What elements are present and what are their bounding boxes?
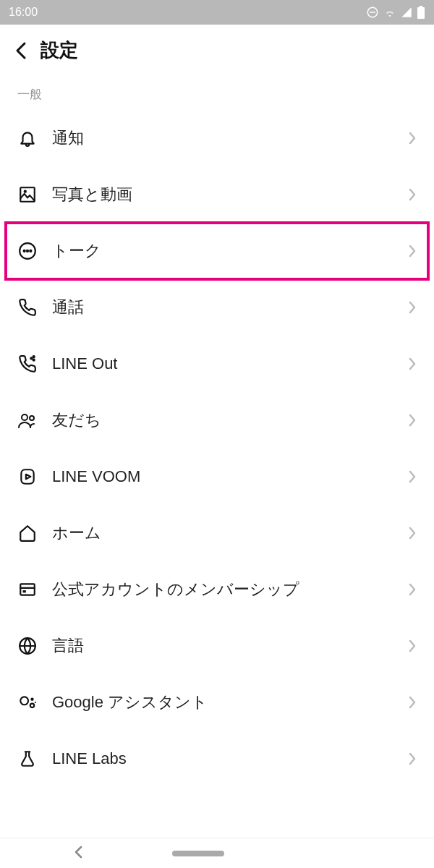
nav-home-pill[interactable] [172, 851, 224, 856]
wifi-icon [383, 6, 396, 19]
settings-item-language[interactable]: 言語 [0, 618, 434, 674]
status-icons [366, 6, 425, 19]
home-icon [17, 523, 38, 543]
svg-point-14 [30, 416, 34, 420]
svg-rect-2 [417, 7, 425, 19]
image-icon [17, 184, 38, 205]
svg-point-23 [30, 704, 34, 707]
svg-point-10 [30, 357, 32, 359]
settings-item-home[interactable]: ホーム [0, 505, 434, 561]
membership-card-icon [17, 579, 38, 600]
chevron-right-icon [408, 131, 417, 145]
settings-item-line-labs[interactable]: LINE Labs [0, 731, 434, 787]
svg-rect-3 [420, 6, 422, 7]
settings-item-line-out[interactable]: LINE Out [0, 336, 434, 392]
settings-item-label: トーク [52, 240, 408, 262]
signal-icon [401, 7, 412, 18]
settings-item-line-voom[interactable]: LINE VOOM [0, 448, 434, 505]
settings-item-label: LINE Out [52, 354, 408, 373]
section-label-general: 一般 [0, 80, 434, 110]
flask-icon [17, 749, 38, 769]
svg-point-11 [33, 356, 35, 357]
svg-point-13 [22, 414, 27, 420]
settings-item-label: LINE Labs [52, 749, 408, 768]
svg-point-8 [27, 250, 28, 252]
svg-marker-15 [26, 475, 31, 480]
voom-icon [17, 467, 38, 487]
settings-item-official-membership[interactable]: 公式アカウントのメンバーシップ [0, 561, 434, 618]
chevron-right-icon [408, 300, 417, 315]
chevron-right-icon [408, 639, 417, 653]
svg-rect-16 [20, 584, 35, 595]
status-time: 16:00 [9, 6, 38, 19]
bell-icon [17, 128, 38, 148]
svg-point-9 [30, 250, 31, 252]
android-nav-bar [0, 838, 434, 868]
settings-item-label: Google アシスタント [52, 692, 408, 713]
battery-icon [417, 6, 425, 19]
svg-rect-18 [23, 590, 26, 592]
settings-item-label: LINE VOOM [52, 467, 408, 486]
svg-point-21 [20, 697, 28, 705]
chevron-right-icon [408, 695, 417, 710]
settings-item-label: 公式アカウントのメンバーシップ [52, 579, 408, 600]
chevron-right-icon [408, 187, 417, 202]
page-title: 設定 [41, 38, 78, 63]
chevron-right-icon [408, 752, 417, 766]
google-assistant-icon [17, 692, 38, 712]
svg-point-5 [25, 191, 26, 192]
chevron-right-icon [408, 582, 417, 597]
status-bar: 16:00 [0, 0, 434, 25]
dnd-icon [366, 6, 379, 19]
svg-point-24 [35, 702, 36, 703]
globe-icon [17, 636, 38, 656]
settings-item-photos-videos[interactable]: 写真と動画 [0, 166, 434, 223]
settings-item-calls[interactable]: 通話 [0, 279, 434, 336]
nav-back-icon[interactable] [72, 845, 86, 862]
chat-icon [17, 241, 38, 261]
settings-item-label: 写真と動画 [52, 184, 408, 205]
svg-point-7 [24, 250, 25, 252]
friends-icon [17, 410, 38, 430]
settings-item-label: 通話 [52, 297, 408, 318]
svg-point-22 [30, 698, 33, 701]
settings-header: 設定 [0, 25, 434, 80]
chevron-right-icon [408, 469, 417, 484]
phone-out-icon [17, 354, 38, 374]
settings-item-friends[interactable]: 友だち [0, 392, 434, 448]
chevron-right-icon [408, 357, 417, 371]
chevron-right-icon [408, 244, 417, 258]
chevron-right-icon [408, 413, 417, 427]
settings-item-label: 言語 [52, 635, 408, 657]
settings-item-label: 通知 [52, 127, 408, 149]
settings-item-google-assistant[interactable]: Google アシスタント [0, 674, 434, 731]
back-icon[interactable] [14, 41, 27, 61]
svg-point-12 [33, 359, 35, 361]
chevron-right-icon [408, 526, 417, 540]
settings-item-label: ホーム [52, 522, 408, 544]
phone-icon [17, 297, 38, 318]
settings-item-notifications[interactable]: 通知 [0, 110, 434, 166]
settings-item-label: 友だち [52, 409, 408, 431]
settings-item-talk[interactable]: トーク [0, 223, 434, 279]
